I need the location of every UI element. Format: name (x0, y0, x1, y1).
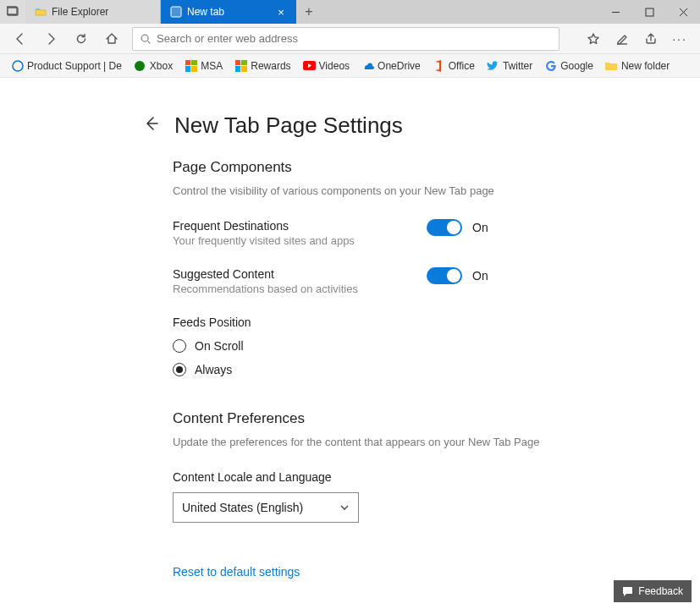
new-tab-button[interactable]: + (296, 0, 322, 24)
fav-xbox[interactable]: Xbox (130, 58, 177, 74)
refresh-button[interactable] (68, 27, 95, 51)
setting-title: Suggested Content (173, 267, 427, 281)
section-heading-components: Page Components (173, 159, 559, 176)
locale-select[interactable]: United States (English) (173, 492, 359, 523)
title-bar: File Explorer New tab × + (0, 0, 700, 24)
tab-new-tab[interactable]: New tab × (161, 0, 296, 24)
feeds-heading: Feeds Position (173, 315, 559, 329)
feedback-icon (622, 586, 633, 597)
twitter-icon (487, 59, 499, 72)
fav-msa[interactable]: MSA (180, 58, 227, 74)
microsoft-icon (185, 59, 197, 72)
svg-point-12 (13, 61, 23, 71)
xbox-icon (134, 59, 146, 72)
forward-button[interactable] (37, 27, 64, 51)
home-button[interactable] (98, 27, 125, 51)
fav-rewards[interactable]: Rewards (230, 58, 295, 74)
close-window-button[interactable] (666, 0, 700, 24)
locale-label: Content Locale and Language (173, 470, 559, 484)
youtube-icon (303, 59, 316, 72)
toggle-state-label: On (472, 269, 488, 283)
fav-onedrive[interactable]: OneDrive (357, 58, 425, 74)
more-button[interactable]: ··· (666, 27, 693, 51)
fav-videos[interactable]: Videos (299, 58, 354, 74)
back-button[interactable] (7, 27, 34, 51)
reset-default-link[interactable]: Reset to default settings (173, 565, 559, 579)
chevron-down-icon (339, 502, 350, 513)
settings-back-button[interactable] (139, 112, 163, 139)
feeds-position-group: Feeds Position On Scroll Always (173, 315, 559, 376)
svg-rect-6 (646, 8, 653, 16)
toggle-suggested-content[interactable] (427, 267, 462, 284)
address-input[interactable] (157, 32, 552, 45)
favorites-bar: Product Support | De Xbox MSA Rewards Vi… (0, 54, 700, 78)
setting-frequent-destinations: Frequent Destinations Your frequently vi… (173, 219, 559, 247)
setting-title: Frequent Destinations (173, 219, 427, 233)
page-title: New Tab Page Settings (174, 112, 403, 139)
fav-product-support[interactable]: Product Support | De (7, 58, 126, 74)
section-desc-components: Control the visibility of various compon… (173, 184, 559, 197)
toggle-frequent-destinations[interactable] (427, 219, 462, 236)
svg-line-10 (148, 41, 151, 43)
dell-icon (11, 59, 24, 72)
address-bar[interactable] (132, 27, 559, 51)
radio-on-scroll[interactable]: On Scroll (173, 339, 559, 353)
locale-value: United States (English) (182, 501, 303, 514)
svg-rect-3 (171, 7, 181, 17)
tab-label: File Explorer (52, 6, 108, 18)
favorites-button[interactable] (580, 27, 607, 51)
setting-subtitle: Your frequently visited sites and apps (173, 234, 427, 247)
folder-icon (605, 59, 618, 72)
notes-button[interactable] (609, 27, 636, 51)
office-icon (433, 59, 445, 72)
search-icon (140, 33, 152, 45)
section-heading-preferences: Content Preferences (173, 410, 559, 427)
setting-subtitle: Recommendations based on activities (173, 283, 427, 295)
toggle-state-label: On (472, 221, 488, 234)
radio-icon (173, 339, 186, 353)
feedback-button[interactable]: Feedback (614, 580, 692, 602)
tab-label: New tab (187, 6, 224, 18)
onedrive-icon (361, 59, 374, 72)
radio-icon (173, 363, 186, 376)
fav-new-folder[interactable]: New folder (601, 58, 674, 74)
task-view-button[interactable] (0, 0, 25, 24)
section-desc-preferences: Update the preferences for the content t… (173, 436, 559, 448)
radio-always[interactable]: Always (173, 363, 559, 376)
microsoft-icon (234, 59, 247, 72)
google-icon (544, 59, 557, 72)
setting-suggested-content: Suggested Content Recommendations based … (173, 267, 559, 295)
edge-icon (169, 6, 182, 19)
fav-office[interactable]: Office (428, 58, 479, 74)
browser-toolbar: ··· (0, 24, 700, 54)
svg-point-9 (141, 35, 148, 41)
svg-point-13 (135, 61, 145, 71)
fav-twitter[interactable]: Twitter (482, 58, 537, 74)
close-tab-button[interactable]: × (274, 6, 288, 19)
page-content: New Tab Page Settings Page Components Co… (0, 78, 700, 609)
maximize-button[interactable] (632, 0, 666, 24)
tab-file-explorer[interactable]: File Explorer (25, 0, 161, 24)
svg-rect-2 (36, 8, 40, 10)
share-button[interactable] (637, 27, 664, 51)
minimize-button[interactable] (598, 0, 632, 24)
fav-google[interactable]: Google (540, 58, 598, 74)
folder-icon (34, 6, 47, 19)
